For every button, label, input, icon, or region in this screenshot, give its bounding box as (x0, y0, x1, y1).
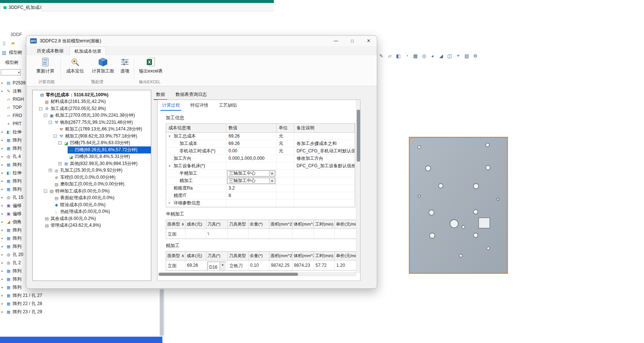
plane-icon[interactable]: ▱ (386, 52, 394, 59)
cost-item-value[interactable]: 69.26 (227, 133, 275, 139)
expand-arrow-icon[interactable] (1, 212, 4, 216)
expand-arrow-icon[interactable] (1, 179, 4, 183)
model-tree-item[interactable]: 阵列 23 / 孔 29 (0, 308, 160, 316)
semi-finish-row[interactable]: 立面 \ (166, 229, 356, 239)
model-tree-icon[interactable] (1, 49, 7, 56)
expander-icon[interactable]: - (54, 135, 57, 138)
scrollbar-thumb[interactable] (160, 289, 164, 336)
col-face-type[interactable]: 面类型 ∧ (166, 220, 185, 229)
expand-arrow-icon[interactable] (1, 228, 4, 232)
info-table-row[interactable]: 加工成本 69.26 元 各加工步骤成本之和 (166, 140, 355, 148)
cost-tree-item[interactable]: 表面处理成本(0.00元,0.0%) (33, 195, 151, 202)
cost-tree-item[interactable]: + 其他(832.98元,30.8%;694.15分钟) (33, 160, 151, 167)
maximize-button[interactable]: □ (344, 36, 360, 46)
col-time[interactable]: 工时(min) (314, 220, 335, 229)
model-tree-item[interactable]: 阵列 21 / 孔 27 (0, 291, 160, 300)
expand-arrow-icon[interactable] (1, 285, 4, 289)
info-table-row[interactable]: 精度IT 8 (166, 192, 355, 200)
expander-icon[interactable]: - (44, 190, 47, 193)
expand-arrow-icon[interactable] (1, 261, 4, 265)
col-time[interactable]: 工时(min) (314, 252, 335, 261)
tab-query-log[interactable]: 数据表查询日志 (173, 90, 209, 99)
col-remark[interactable]: 备注说明 (294, 124, 355, 133)
expand-arrow-icon[interactable] (1, 81, 4, 85)
col-tool[interactable]: 刀具(*) (206, 220, 228, 229)
col-cost[interactable]: 成本(元) (185, 252, 206, 261)
col-volume[interactable]: 体积(mm^3) (292, 220, 314, 229)
cost-tree-item[interactable]: 粗加工(1769.13元,66.1%;1474.28分钟) (33, 126, 151, 133)
expand-arrow-icon[interactable] (1, 195, 4, 199)
chevron-down-icon[interactable] (18, 71, 20, 74)
horizontal-scrollbar[interactable] (158, 272, 356, 276)
info-table-row[interactable]: >详细参数信息 (166, 200, 355, 207)
expand-arrow-icon[interactable] (1, 155, 4, 158)
expander-icon[interactable]: - (39, 107, 42, 110)
finish-row[interactable]: 立面 69.26 D16 立铣刀 0.10 98742.25 9874.23 5… (166, 261, 356, 270)
col-cost-item[interactable]: 成本信息项 (166, 124, 226, 133)
minimize-button[interactable]: — (328, 36, 344, 46)
col-unit-price[interactable]: 单价(元/min) (335, 220, 356, 229)
scrollbar-thumb[interactable] (357, 110, 360, 162)
row-expander-icon[interactable] (168, 185, 172, 192)
row-expander-icon[interactable] (168, 155, 172, 162)
part-preview-viewport[interactable] (409, 137, 508, 274)
cost-tree-item[interactable]: 车镗(0.00元,0.0%;0.00分钟) (33, 174, 151, 181)
section-icon[interactable]: ▧ (463, 52, 470, 59)
measure-icon[interactable]: ⌖ (454, 52, 462, 59)
expand-arrow-icon[interactable] (1, 269, 4, 273)
row-expander-icon[interactable]: ∨ (168, 133, 172, 140)
row-expander-icon[interactable] (174, 148, 178, 155)
cost-tree-item[interactable]: - 加工成本(2703.05元,52.8%) (33, 105, 151, 112)
compute-machining-faces-button[interactable]: 计算加工面 (88, 57, 118, 74)
cost-item-value[interactable]: 0.00 (227, 148, 275, 154)
expander-icon[interactable]: - (44, 114, 47, 117)
cost-locate-button[interactable]: 成本定位 (62, 57, 88, 74)
cost-item-value[interactable]: 三轴加工中心 (227, 178, 275, 184)
tree-filter[interactable] (1, 69, 21, 75)
info-table-row[interactable]: 精加工 三轴加工中心 (166, 177, 355, 185)
extrude-tool-icon[interactable]: ◧ (395, 52, 402, 59)
cost-tree-item[interactable]: - 铣削(2677.75元,99.1%;2231.46分钟) (33, 119, 151, 126)
cost-tree-item[interactable]: 凹槽(69.26元,91.6%;57.72分钟) (33, 146, 151, 153)
info-table-row[interactable]: 粗糙度Ra 3.2 (166, 185, 355, 192)
col-area[interactable]: 面积(mm^2) (269, 252, 292, 261)
tab-feature-details[interactable]: 特征详情 (189, 100, 210, 110)
expand-arrow-icon[interactable] (1, 277, 4, 281)
cost-tree-item[interactable]: 零件(总成本：5116.02元,100%) (33, 91, 151, 98)
cost-item-value[interactable]: 69.26 (227, 140, 275, 147)
round-icon[interactable]: ◕ (429, 52, 436, 59)
cell-tool[interactable]: \ (206, 229, 228, 239)
expand-arrow-icon[interactable] (1, 236, 4, 240)
expand-arrow-icon[interactable] (1, 204, 4, 207)
hole-tool-icon[interactable]: ◎ (420, 52, 428, 59)
col-tool-type[interactable]: 刀具类型 (228, 220, 249, 229)
row-expander-icon[interactable] (174, 177, 178, 184)
open-folder-icon[interactable] (10, 39, 16, 46)
tab-process-defects[interactable]: 工艺缺陷 (217, 100, 238, 110)
col-area[interactable]: 面积(mm^2) (269, 220, 292, 229)
tab-data[interactable]: 数据 (154, 90, 167, 100)
expand-arrow-icon[interactable] (1, 163, 4, 166)
dialog-titlebar[interactable]: DFC 3DDFC2.8 当前模型error(面板) — □ × (26, 36, 377, 46)
info-table-row[interactable]: 加工方向 0.000,1.000,0.000 修改加工方向 (166, 155, 355, 162)
scrollbar-thumb[interactable] (159, 273, 298, 276)
expand-arrow-icon[interactable] (1, 310, 4, 314)
expander-icon[interactable]: - (49, 121, 52, 124)
col-value[interactable]: 数值 (226, 124, 276, 133)
col-allowance[interactable]: 余量(*) (249, 252, 269, 261)
settings-icon[interactable]: ⚙ (472, 52, 479, 59)
tool-select[interactable]: D16 (207, 262, 226, 270)
pattern-tool-icon[interactable]: ▦ (412, 52, 419, 59)
cost-tree-item[interactable]: - 机加工(2703.05元,100.0%;2241.38分钟) (33, 112, 151, 119)
row-expander-icon[interactable] (174, 170, 178, 177)
expand-arrow-icon[interactable] (1, 138, 4, 142)
info-table-row[interactable]: ∨加工设备机床(*) DFC_CFG_加工设备默认值推荐表(DF (166, 162, 355, 170)
row-expander-icon[interactable] (168, 192, 172, 199)
cost-tree-item[interactable]: 热处理成本(0.00元,0.0%) (33, 208, 151, 216)
expand-arrow-icon[interactable] (1, 146, 4, 150)
cost-tree-item[interactable]: 材料成本(2161.35元,42.2%) (33, 98, 151, 106)
info-table-row[interactable]: ∨加工总成本 69.26 元 (166, 133, 355, 140)
cost-tree-item[interactable]: 凹槽(6.38元,8.4%;5.31分钟) (33, 153, 151, 161)
shell-icon[interactable]: ◫ (446, 52, 453, 59)
info-table-row[interactable]: 半精加工 三轴加工中心 (166, 170, 355, 177)
